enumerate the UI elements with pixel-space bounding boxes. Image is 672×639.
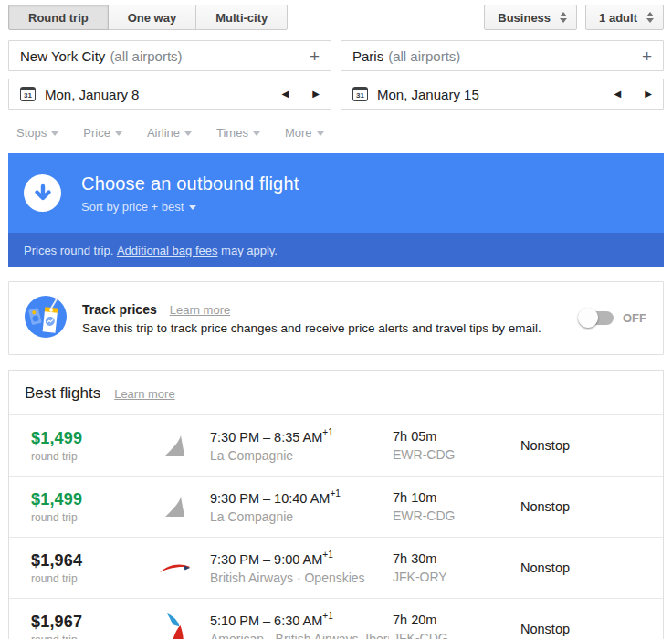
flight-result-row[interactable]: $1,967 round trip 5:10 PM – 6:30 AM+1 Am… (9, 598, 663, 639)
toggle-state-label: OFF (623, 311, 646, 325)
departure-date-prev-icon[interactable]: ◀ (282, 89, 289, 99)
add-destination-airport-button[interactable]: + (642, 47, 652, 65)
track-prices-title: Track prices (82, 302, 157, 317)
departure-date-value: Mon, January 8 (45, 87, 139, 102)
best-flights-title: Best flights (25, 384, 100, 403)
flight-stops: Nonstop (520, 438, 663, 453)
flight-duration: 7h 10m (393, 490, 520, 505)
cabin-class-value: Business (498, 11, 551, 25)
outbound-banner: Choose an outbound flight Sort by price … (8, 153, 664, 267)
flight-airlines: British Airways · Openskies (210, 571, 389, 585)
best-flights-learn-more-link[interactable]: Learn more (114, 387, 174, 401)
departure-date-next-icon[interactable]: ▶ (312, 89, 320, 99)
flight-price-note: round trip (31, 572, 141, 585)
flight-duration: 7h 20m (393, 613, 520, 627)
top-controls-row: Round tripOne wayMulti-city Business 1 a… (0, 0, 672, 30)
trip-tab-multi-city[interactable]: Multi-city (195, 5, 288, 30)
flight-price: $1,967 (31, 613, 141, 632)
flight-result-row[interactable]: $1,964 round trip 7:30 PM – 9:00 AM+1 Br… (9, 537, 663, 598)
flight-price-note: round trip (31, 450, 141, 463)
return-date-prev-icon[interactable]: ◀ (614, 89, 622, 99)
origin-field[interactable]: New York City (all airports) + (8, 40, 331, 71)
calendar-icon: 31 (352, 87, 368, 101)
british-airways-logo (141, 560, 210, 576)
bag-fees-link[interactable]: Additional bag fees (117, 244, 218, 257)
origin-suffix: (all airports) (110, 48, 182, 64)
flight-airlines: American · British Airways, Iberia (210, 632, 389, 639)
chevron-down-icon (253, 131, 260, 136)
chevron-down-icon (115, 131, 122, 136)
filter-price[interactable]: Price (83, 126, 122, 140)
destination-field[interactable]: Paris (all airports) + (341, 40, 664, 71)
departure-date-field[interactable]: 31 Mon, January 8 ◀ ▶ (8, 79, 331, 110)
filter-bar: StopsPriceAirlineTimesMore (0, 123, 672, 141)
location-fields-row: New York City (all airports) + Paris (al… (0, 40, 672, 71)
add-origin-airport-button[interactable]: + (310, 47, 320, 65)
flight-results-list: $1,499 round trip 7:30 PM – 8:35 AM+1 La… (9, 414, 663, 639)
down-arrow-icon (24, 174, 61, 212)
flight-route: JFK-CDG (393, 631, 520, 639)
price-tag-icon (24, 295, 68, 342)
flight-times: 5:10 PM – 6:30 AM+1 (210, 612, 393, 628)
date-fields-row: 31 Mon, January 8 ◀ ▶ 31 Mon, January 15… (0, 79, 672, 110)
google-flights-page: Round tripOne wayMulti-city Business 1 a… (0, 0, 672, 639)
flight-stops: Nonstop (520, 499, 663, 514)
flight-times: 9:30 PM – 10:40 AM+1 (210, 489, 393, 506)
flight-route: JFK-ORY (393, 570, 520, 584)
best-flights-card: Best flights Learn more $1,499 round tri… (8, 370, 664, 639)
track-prices-card: Track prices Learn more Save this trip t… (8, 281, 664, 355)
flight-price: $1,964 (31, 551, 141, 571)
flight-route: EWR-CDG (393, 447, 520, 462)
stepper-arrows-icon (560, 12, 567, 23)
track-prices-description: Save this trip to track price changes an… (82, 321, 581, 335)
flight-stops: Nonstop (520, 560, 663, 575)
banner-title: Choose an outbound flight (81, 173, 299, 194)
return-date-field[interactable]: 31 Mon, January 15 ◀ ▶ (341, 79, 664, 110)
filter-stops[interactable]: Stops (16, 126, 58, 140)
trip-type-tabs: Round tripOne wayMulti-city (8, 5, 288, 30)
sort-label: Sort by price + best (81, 200, 184, 214)
note-suffix: may apply. (217, 244, 278, 257)
return-date-next-icon[interactable]: ▶ (645, 89, 652, 99)
flight-duration: 7h 05m (393, 429, 520, 444)
chevron-down-icon (317, 131, 324, 136)
trip-options: Business 1 adult (484, 5, 664, 30)
flight-result-row[interactable]: $1,499 round trip 7:30 PM – 8:35 AM+1 La… (9, 414, 663, 476)
banner-main: Choose an outbound flight Sort by price … (8, 153, 664, 233)
origin-city: New York City (20, 48, 105, 64)
flight-price-note: round trip (31, 511, 141, 524)
filter-times[interactable]: Times (216, 126, 260, 140)
track-prices-toggle[interactable] (581, 311, 614, 325)
chevron-down-icon (184, 131, 192, 136)
flight-stops: Nonstop (520, 622, 663, 636)
flight-times: 7:30 PM – 8:35 AM+1 (210, 428, 393, 445)
la-compagnie-logo (141, 433, 210, 458)
flight-price-note: round trip (31, 634, 141, 639)
flight-result-row[interactable]: $1,499 round trip 9:30 PM – 10:40 AM+1 L… (9, 476, 663, 537)
passenger-value: 1 adult (599, 11, 637, 25)
flight-price: $1,499 (31, 429, 141, 448)
filter-more[interactable]: More (285, 126, 324, 140)
cabin-class-select[interactable]: Business (484, 5, 577, 30)
american-airlines-logo (141, 613, 210, 639)
flight-times: 7:30 PM – 9:00 AM+1 (210, 550, 393, 567)
banner-note: Prices round trip. Additional bag fees m… (8, 233, 664, 267)
filter-airline[interactable]: Airline (147, 126, 192, 140)
track-prices-learn-more-link[interactable]: Learn more (170, 303, 230, 317)
flight-airlines: La Compagnie (210, 509, 389, 524)
toggle-knob (578, 308, 598, 328)
trip-tab-one-way[interactable]: One way (108, 5, 196, 30)
flight-route: EWR-CDG (393, 508, 520, 523)
return-date-value: Mon, January 15 (377, 87, 479, 102)
trip-tab-round-trip[interactable]: Round trip (8, 5, 109, 30)
sort-selector[interactable]: Sort by price + best (81, 200, 299, 214)
destination-city: Paris (352, 48, 383, 64)
stepper-arrows-icon (646, 12, 654, 23)
flight-airlines: La Compagnie (210, 448, 389, 463)
calendar-icon: 31 (20, 87, 36, 101)
flight-price: $1,499 (31, 490, 141, 509)
note-prefix: Prices round trip. (24, 244, 117, 257)
destination-suffix: (all airports) (388, 48, 460, 64)
la-compagnie-logo (141, 494, 210, 519)
passenger-select[interactable]: 1 adult (585, 5, 664, 30)
